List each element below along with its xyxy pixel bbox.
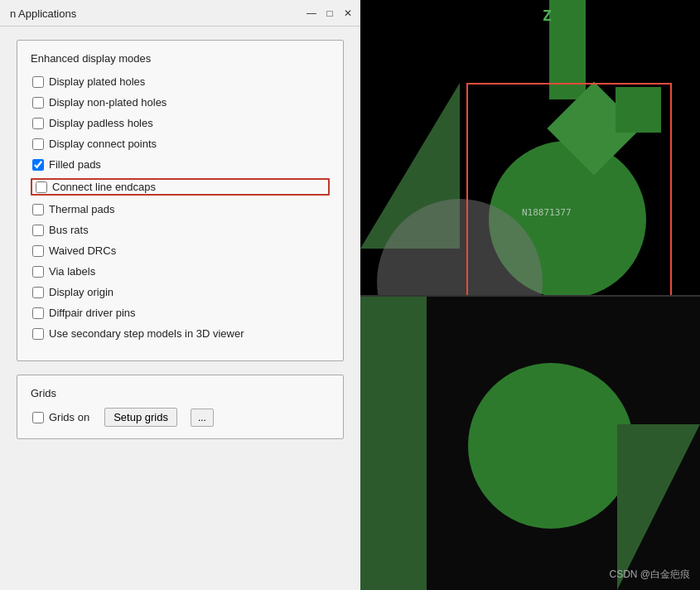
enhanced-display-section: Enhanced display modes Display plated ho… — [17, 40, 344, 361]
checkbox-label-use-secondary-step[interactable]: Use secondary step models in 3D viewer — [49, 327, 244, 340]
checkbox-label-display-non-plated-holes[interactable]: Display non-plated holes — [49, 96, 167, 109]
checkbox-display-padless-holes: Display padless holes — [31, 116, 330, 130]
grids-section-title: Grids — [31, 387, 330, 399]
watermark-label: CSDN @白金疤痕 — [609, 568, 690, 582]
pcb-bottom-wedge — [617, 424, 700, 590]
checkbox-label-connect-line-endcaps[interactable]: Connect line endcaps — [52, 181, 156, 193]
checkbox-label-waived-drcs[interactable]: Waived DRCs — [49, 244, 116, 257]
checkbox-input-use-secondary-step[interactable] — [32, 328, 44, 340]
settings-panel: n Applications — □ ✕ Enhanced display mo… — [0, 0, 360, 590]
pcb-bottom-large-circle — [468, 363, 634, 529]
checkbox-display-connect-points: Display connect points — [31, 137, 330, 151]
window-title: n Applications — [10, 7, 76, 19]
checkbox-label-bus-rats[interactable]: Bus rats — [49, 224, 89, 236]
checkbox-input-via-labels[interactable] — [32, 266, 44, 278]
close-button[interactable]: ✕ — [342, 7, 354, 19]
checkbox-input-grids-on[interactable] — [32, 412, 44, 423]
pcb-bottom-view: CSDN @白金疤痕 — [360, 297, 700, 590]
window-controls: — □ ✕ — [306, 7, 354, 19]
checkbox-label-grids-on[interactable]: Grids on — [49, 411, 89, 423]
maximize-button[interactable]: □ — [324, 7, 336, 19]
checkbox-display-origin: Display origin — [31, 285, 330, 299]
checkbox-bus-rats: Bus rats — [31, 223, 330, 237]
checkbox-connect-line-endcaps: Connect line endcaps — [31, 178, 330, 196]
title-bar: n Applications — □ ✕ — [0, 0, 360, 27]
checkbox-input-filled-pads[interactable] — [32, 159, 44, 171]
pcb-bottom-green-bar — [360, 297, 427, 590]
minimize-button[interactable]: — — [306, 7, 317, 19]
checkbox-input-waived-drcs[interactable] — [32, 245, 44, 257]
net-label: N18871377 — [522, 207, 572, 218]
z-axis-label: Z — [543, 7, 552, 24]
setup-grids-button[interactable]: Setup grids — [104, 408, 177, 427]
checkbox-label-thermal-pads[interactable]: Thermal pads — [49, 203, 114, 215]
grids-section: Grids Grids on Setup grids ... — [17, 375, 344, 439]
checkbox-label-display-padless-holes[interactable]: Display padless holes — [49, 117, 153, 129]
checkbox-label-display-connect-points[interactable]: Display connect points — [49, 138, 157, 150]
checkbox-display-non-plated-holes: Display non-plated holes — [31, 95, 330, 109]
ellipsis-button[interactable]: ... — [191, 409, 214, 427]
checkbox-waived-drcs: Waived DRCs — [31, 244, 330, 258]
checkbox-label-display-origin[interactable]: Display origin — [49, 286, 113, 298]
checkbox-input-display-padless-holes[interactable] — [32, 118, 44, 129]
checkbox-input-display-origin[interactable] — [32, 287, 44, 298]
checkbox-label-display-plated-holes[interactable]: Display plated holes — [49, 75, 145, 88]
checkbox-use-secondary-step: Use secondary step models in 3D viewer — [31, 326, 330, 341]
checkbox-input-bus-rats[interactable] — [32, 225, 44, 236]
checkbox-input-display-non-plated-holes[interactable] — [32, 97, 44, 109]
checkbox-via-labels: Via labels — [31, 264, 330, 278]
pcb-view-panel: Z N18871377 CSDN @白金疤痕 — [360, 0, 700, 590]
checkbox-thermal-pads: Thermal pads — [31, 202, 330, 216]
checkbox-display-plated-holes: Display plated holes — [31, 75, 330, 89]
checkbox-input-thermal-pads[interactable] — [32, 204, 44, 215]
checkbox-input-diffpair-driver-pins[interactable] — [32, 307, 44, 319]
grids-row: Grids on Setup grids ... — [31, 408, 330, 427]
panel-content: Enhanced display modes Display plated ho… — [0, 27, 360, 590]
checkbox-input-display-connect-points[interactable] — [32, 138, 44, 150]
checkbox-label-filled-pads[interactable]: Filled pads — [49, 158, 101, 171]
checkbox-input-display-plated-holes[interactable] — [32, 76, 44, 88]
checkbox-grids-on: Grids on — [31, 410, 91, 424]
checkbox-input-connect-line-endcaps[interactable] — [36, 181, 47, 193]
selection-box — [466, 83, 672, 297]
enhanced-display-title: Enhanced display modes — [31, 52, 330, 65]
checkbox-diffpair-driver-pins: Diffpair driver pins — [31, 306, 330, 320]
checkbox-label-via-labels[interactable]: Via labels — [49, 265, 95, 278]
pcb-top-view: Z N18871377 — [360, 0, 700, 297]
checkbox-label-diffpair-driver-pins[interactable]: Diffpair driver pins — [49, 307, 136, 319]
checkbox-filled-pads: Filled pads — [31, 157, 330, 172]
